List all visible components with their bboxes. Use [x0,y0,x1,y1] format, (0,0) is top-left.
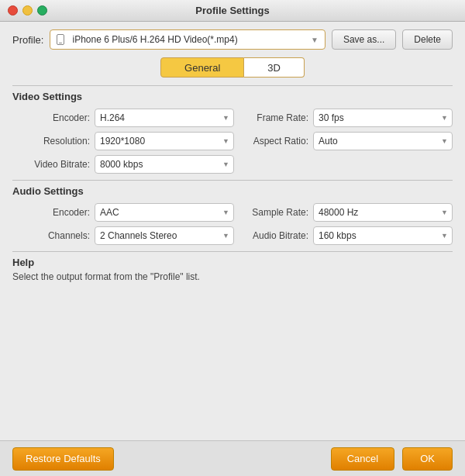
help-section: Help Select the output format from the "… [12,251,453,433]
audio-encoder-select[interactable]: AAC [95,203,234,222]
restore-defaults-button[interactable]: Restore Defaults [12,447,114,471]
frame-rate-select[interactable]: 30 fps [313,109,453,127]
resolution-select[interactable]: 1920*1080 [95,132,234,150]
audio-encoder-label: Encoder: [28,207,90,218]
channels-row: Channels: 2 Channels Stereo ▼ [28,226,234,245]
audio-settings-section: Audio Settings Encoder: AAC ▼ Sample Rat… [12,180,453,245]
video-settings-grid: Encoder: H.264 ▼ Frame Rate: 30 fps ▼ Re… [12,109,453,174]
aspect-ratio-select[interactable]: Auto [313,132,453,150]
footer: Restore Defaults Cancel OK [0,440,465,476]
profile-dropdown[interactable]: iPhone 6 Plus/6 H.264 HD Video(*.mp4) ▼ [50,29,325,50]
sample-rate-row: Sample Rate: 48000 Hz ▼ [246,203,453,222]
video-bitrate-row: Video Bitrate: 8000 kbps ▼ [28,155,234,174]
help-title: Help [12,257,453,268]
channels-label: Channels: [28,230,90,241]
aspect-ratio-select-wrapper: Auto ▼ [313,132,453,150]
maximize-button[interactable] [37,5,47,16]
audio-settings-grid: Encoder: AAC ▼ Sample Rate: 48000 Hz ▼ C… [12,203,453,245]
tabs-row: General 3D [12,57,453,78]
audio-bitrate-select-wrapper: 160 kbps ▼ [313,226,453,245]
sample-rate-select-wrapper: 48000 Hz ▼ [313,203,453,222]
video-settings-title: Video Settings [12,91,453,102]
audio-bitrate-select[interactable]: 160 kbps [313,226,453,245]
profile-label: Profile: [12,34,43,46]
encoder-select[interactable]: H.264 [95,109,234,127]
footer-right: Cancel OK [331,447,453,471]
profile-row: Profile: iPhone 6 Plus/6 H.264 HD Video(… [12,29,453,50]
frame-rate-label: Frame Rate: [246,112,308,123]
audio-settings-title: Audio Settings [12,185,453,197]
main-content: Profile: iPhone 6 Plus/6 H.264 HD Video(… [0,22,465,440]
close-button[interactable] [8,5,18,16]
encoder-row: Encoder: H.264 ▼ [28,109,234,127]
sample-rate-select[interactable]: 48000 Hz [313,203,453,222]
video-bitrate-select-wrapper: 8000 kbps ▼ [95,155,234,174]
phone-icon [55,34,66,45]
resolution-label: Resolution: [28,136,90,147]
audio-bitrate-label: Audio Bitrate: [246,230,308,241]
delete-button[interactable]: Delete [402,29,453,50]
save-as-button[interactable]: Save as... [332,29,396,50]
encoder-label: Encoder: [28,112,90,123]
audio-bitrate-row: Audio Bitrate: 160 kbps ▼ [246,226,453,245]
help-text: Select the output format from the "Profi… [12,271,453,282]
video-settings-section: Video Settings Encoder: H.264 ▼ Frame Ra… [12,85,453,174]
ok-button[interactable]: OK [402,447,453,471]
cancel-button[interactable]: Cancel [331,447,394,471]
window-controls[interactable] [8,5,47,16]
profile-selected-value: iPhone 6 Plus/6 H.264 HD Video(*.mp4) [69,34,237,45]
channels-select-wrapper: 2 Channels Stereo ▼ [95,226,234,245]
encoder-select-wrapper: H.264 ▼ [95,109,234,127]
audio-encoder-row: Encoder: AAC ▼ [28,203,234,222]
video-bitrate-select[interactable]: 8000 kbps [95,155,234,174]
resolution-row: Resolution: 1920*1080 ▼ [28,132,234,150]
aspect-ratio-label: Aspect Ratio: [246,136,308,147]
title-bar: Profile Settings [0,0,465,22]
sample-rate-label: Sample Rate: [246,207,308,218]
minimize-button[interactable] [22,5,33,16]
video-bitrate-label: Video Bitrate: [28,159,90,170]
frame-rate-row: Frame Rate: 30 fps ▼ [246,109,453,127]
tab-3d[interactable]: 3D [244,57,305,78]
channels-select[interactable]: 2 Channels Stereo [95,226,234,245]
window-title: Profile Settings [195,5,269,16]
dropdown-arrow-icon: ▼ [311,36,319,44]
resolution-select-wrapper: 1920*1080 ▼ [95,132,234,150]
aspect-ratio-row: Aspect Ratio: Auto ▼ [246,132,453,150]
audio-encoder-select-wrapper: AAC ▼ [95,203,234,222]
frame-rate-select-wrapper: 30 fps ▼ [313,109,453,127]
tab-general[interactable]: General [160,57,244,78]
